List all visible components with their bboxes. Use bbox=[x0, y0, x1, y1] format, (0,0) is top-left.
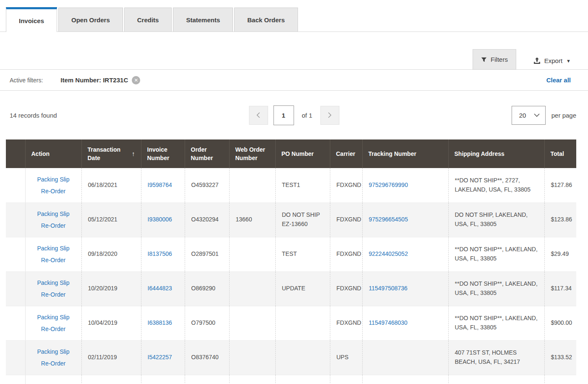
tracking-number-cell: 975296654505 bbox=[362, 203, 448, 237]
packing-slip-link[interactable]: Packing Slip bbox=[28, 242, 79, 254]
po-number-cell: DO NOT SHIP EZ-13660 bbox=[275, 203, 330, 237]
transaction-date-cell: 05/12/2021 bbox=[81, 203, 141, 237]
reorder-link[interactable]: Re-Order bbox=[28, 358, 79, 369]
shipping-address-cell: **DO NOT SHIP**, LAKELAND, USA, FL, 3380… bbox=[448, 271, 544, 306]
filter-chip: Item Number: IRT231C ✕ bbox=[60, 76, 140, 84]
invoice-number-cell: I6444823 bbox=[141, 271, 185, 306]
table-row: Packing Slip Re-Order 06/18/2021 I959876… bbox=[6, 168, 576, 203]
invoice-number-link[interactable]: I9598764 bbox=[148, 181, 172, 188]
table-row: Packing Slip Re-Order 02/11/2019 I542225… bbox=[6, 340, 576, 375]
export-icon bbox=[533, 57, 541, 64]
table-row: Packing Slip Re-Order 09/18/2020 I813750… bbox=[6, 237, 576, 271]
web-order-number-cell bbox=[229, 306, 275, 340]
invoice-number-cell: I6388136 bbox=[141, 306, 185, 340]
web-order-number-cell bbox=[229, 168, 275, 203]
chevron-left-icon bbox=[256, 112, 261, 118]
reorder-link[interactable]: Re-Order bbox=[28, 323, 79, 335]
invoice-number-link[interactable]: I6388136 bbox=[148, 319, 172, 326]
carrier-cell: UPS bbox=[330, 340, 362, 375]
page-number-input[interactable] bbox=[273, 105, 294, 125]
tab-credits[interactable]: Credits bbox=[124, 8, 172, 32]
row-select-cell bbox=[6, 340, 25, 375]
column-header-tracking-number: Tracking Number bbox=[362, 139, 448, 168]
invoice-number-link[interactable]: I6444823 bbox=[148, 285, 172, 292]
per-page-select[interactable]: 20 bbox=[512, 106, 546, 125]
order-number-cell: O2897501 bbox=[185, 237, 229, 271]
tracking-number-link[interactable]: 115497508736 bbox=[369, 285, 408, 292]
table-row: Packing Slip Re-Order 05/12/2021 I938000… bbox=[6, 203, 576, 237]
per-page-value: 20 bbox=[519, 112, 526, 119]
column-header-total: Total bbox=[544, 139, 576, 168]
table-header-row: Action Transaction Date ↑ Invoice Number… bbox=[6, 139, 576, 168]
packing-slip-link[interactable]: Packing Slip bbox=[28, 208, 79, 220]
action-cell: Packing Slip Re-Order bbox=[25, 271, 81, 306]
invoice-number-cell: I9598764 bbox=[141, 168, 185, 203]
order-number-cell: O4320294 bbox=[185, 203, 229, 237]
total-cell: $133.52 bbox=[544, 340, 576, 375]
tab-back-orders[interactable]: Back Orders bbox=[234, 8, 298, 32]
toolbar: Filters Export ▼ bbox=[0, 32, 588, 70]
total-cell: $29.49 bbox=[544, 237, 576, 271]
total-cell: $127.86 bbox=[544, 168, 576, 203]
action-cell: Packing Slip Re-Order bbox=[25, 168, 81, 203]
chevron-right-icon bbox=[327, 112, 332, 118]
tab-label: Credits bbox=[137, 16, 159, 24]
remove-filter-button[interactable]: ✕ bbox=[132, 76, 140, 84]
shipping-address-cell: 407 71ST ST, HOLMES BEACH, USA, FL, 3421… bbox=[448, 340, 544, 375]
column-header-order-number: Order Number bbox=[185, 139, 229, 168]
column-header-po-number: PO Number bbox=[275, 139, 330, 168]
active-filters-label: Active filters: bbox=[10, 77, 43, 84]
filter-funnel-icon bbox=[481, 57, 487, 63]
column-header-carrier: Carrier bbox=[330, 139, 362, 168]
po-number-cell bbox=[275, 340, 330, 375]
filters-button-label: Filters bbox=[491, 56, 508, 63]
web-order-number-cell bbox=[229, 340, 275, 375]
invoice-number-link[interactable]: I9380006 bbox=[148, 216, 172, 223]
tracking-number-cell: 922244025052 bbox=[362, 237, 448, 271]
reorder-link[interactable]: Re-Order bbox=[28, 289, 79, 300]
tracking-number-link[interactable]: 115497468030 bbox=[369, 319, 408, 326]
tab-bar: Invoices Open Orders Credits Statements … bbox=[0, 0, 588, 32]
column-header-invoice-number: Invoice Number bbox=[141, 139, 185, 168]
chevron-down-icon bbox=[534, 113, 540, 117]
tab-invoices[interactable]: Invoices bbox=[6, 7, 57, 32]
reorder-link[interactable]: Re-Order bbox=[28, 254, 79, 266]
packing-slip-link[interactable]: Packing Slip bbox=[28, 311, 79, 323]
transaction-date-cell: 06/18/2021 bbox=[81, 168, 141, 203]
tracking-number-cell bbox=[362, 340, 448, 375]
action-cell: Packing Slip Re-Order bbox=[25, 203, 81, 237]
carrier-cell: FDXGND bbox=[330, 168, 362, 203]
carrier-cell: FDXGND bbox=[330, 237, 362, 271]
per-page-control: 20 per page bbox=[512, 106, 576, 125]
tracking-number-link[interactable]: 975296654505 bbox=[369, 216, 408, 223]
filters-button[interactable]: Filters bbox=[473, 49, 516, 70]
row-select-cell bbox=[6, 168, 25, 203]
total-cell: $117.34 bbox=[544, 271, 576, 306]
previous-page-button[interactable] bbox=[249, 106, 268, 125]
shipping-address-cell: **DO NOT SHIP**, 2727, LAKELAND, USA, FL… bbox=[448, 168, 544, 203]
action-cell: Packing Slip Re-Order bbox=[25, 340, 81, 375]
next-page-button[interactable] bbox=[320, 106, 339, 125]
reorder-link[interactable]: Re-Order bbox=[28, 185, 79, 197]
column-header-transaction-date[interactable]: Transaction Date ↑ bbox=[81, 139, 141, 168]
packing-slip-link[interactable]: Packing Slip bbox=[28, 346, 79, 358]
tab-statements[interactable]: Statements bbox=[173, 8, 233, 32]
active-filters-bar: Active filters: Item Number: IRT231C ✕ C… bbox=[0, 70, 588, 91]
tracking-number-link[interactable]: 975296769990 bbox=[369, 181, 408, 188]
reorder-link[interactable]: Re-Order bbox=[28, 220, 79, 231]
action-cell: Packing Slip Re-Order bbox=[25, 306, 81, 340]
invoice-number-cell: I9380006 bbox=[141, 203, 185, 237]
order-number-cell: O869290 bbox=[185, 271, 229, 306]
invoice-number-link[interactable]: I8137506 bbox=[148, 250, 172, 257]
tab-label: Statements bbox=[186, 16, 220, 24]
invoice-number-link[interactable]: I5422257 bbox=[148, 354, 172, 360]
tracking-number-cell: 975296769990 bbox=[362, 168, 448, 203]
tracking-number-link[interactable]: 922244025052 bbox=[369, 250, 408, 257]
packing-slip-link[interactable]: Packing Slip bbox=[28, 277, 79, 289]
packing-slip-link[interactable]: Packing Slip bbox=[28, 174, 79, 185]
export-button[interactable]: Export ▼ bbox=[533, 57, 571, 64]
clear-all-link[interactable]: Clear all bbox=[546, 76, 571, 84]
tab-label: Back Orders bbox=[247, 16, 285, 24]
order-number-cell: O4593227 bbox=[185, 168, 229, 203]
tab-open-orders[interactable]: Open Orders bbox=[58, 8, 123, 32]
